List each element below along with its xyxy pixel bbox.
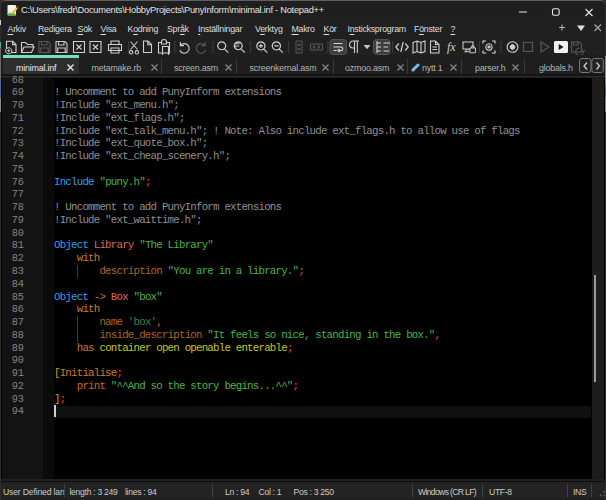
svg-text:fx: fx: [447, 40, 456, 54]
